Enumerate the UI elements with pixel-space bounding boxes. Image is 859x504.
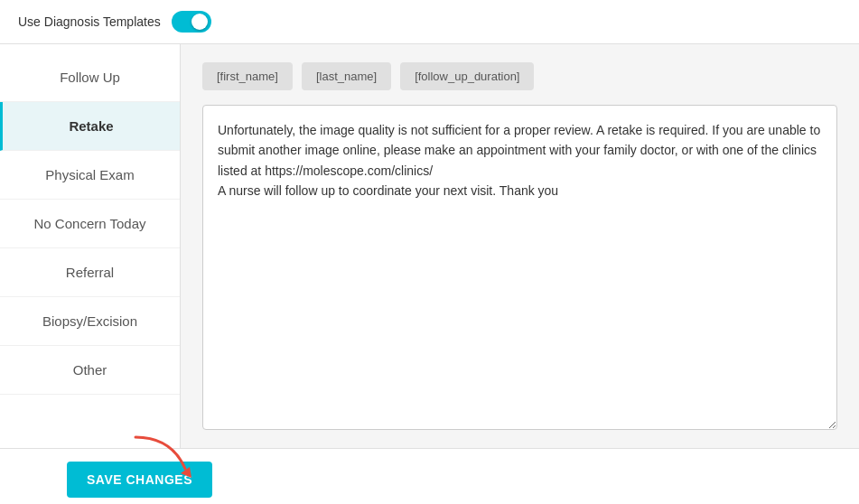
tag-last-name[interactable]: [last_name] <box>302 62 391 90</box>
sidebar-item-follow-up[interactable]: Follow Up <box>0 53 180 102</box>
tag-row: [first_name] [last_name] [follow_up_dura… <box>202 62 837 90</box>
main-content: Follow Up Retake Physical Exam No Concer… <box>0 44 859 448</box>
tag-first-name[interactable]: [first_name] <box>202 62 293 90</box>
arrow-icon <box>126 433 199 481</box>
diagnosis-template-toggle[interactable] <box>172 11 211 33</box>
template-content-area: [first_name] [last_name] [follow_up_dura… <box>181 44 859 448</box>
bottom-bar: SAVE CHANGES <box>0 448 859 504</box>
sidebar-item-referral[interactable]: Referral <box>0 248 180 297</box>
sidebar-item-other[interactable]: Other <box>0 346 180 395</box>
toggle-label: Use Diagnosis Templates <box>18 14 161 29</box>
toggle-thumb <box>191 14 208 30</box>
template-textarea[interactable] <box>202 105 837 430</box>
sidebar: Follow Up Retake Physical Exam No Concer… <box>0 44 181 448</box>
tag-follow-up-duration[interactable]: [follow_up_duration] <box>400 62 534 90</box>
sidebar-item-biopsy-excision[interactable]: Biopsy/Excision <box>0 297 180 346</box>
top-bar: Use Diagnosis Templates <box>0 0 859 44</box>
sidebar-item-physical-exam[interactable]: Physical Exam <box>0 151 180 200</box>
sidebar-item-no-concern-today[interactable]: No Concern Today <box>0 200 180 248</box>
sidebar-item-retake[interactable]: Retake <box>0 102 180 151</box>
